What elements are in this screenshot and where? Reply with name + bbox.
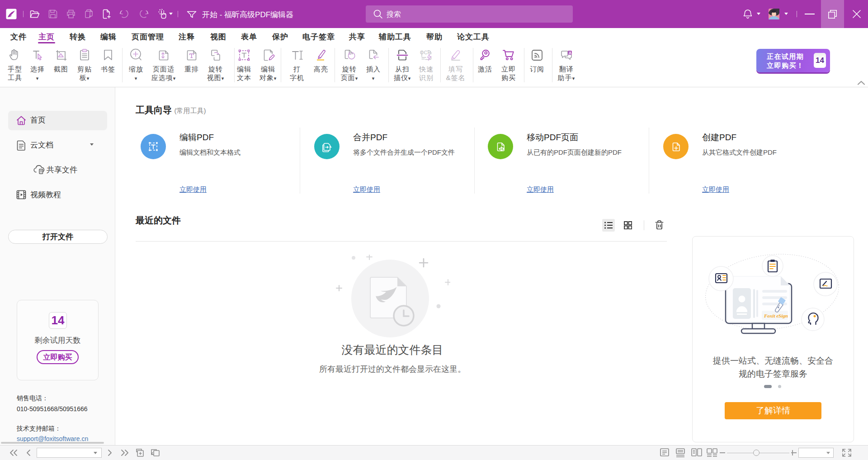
svg-text:Foxit eSign: Foxit eSign xyxy=(764,313,788,318)
svg-text:A: A xyxy=(569,51,571,55)
